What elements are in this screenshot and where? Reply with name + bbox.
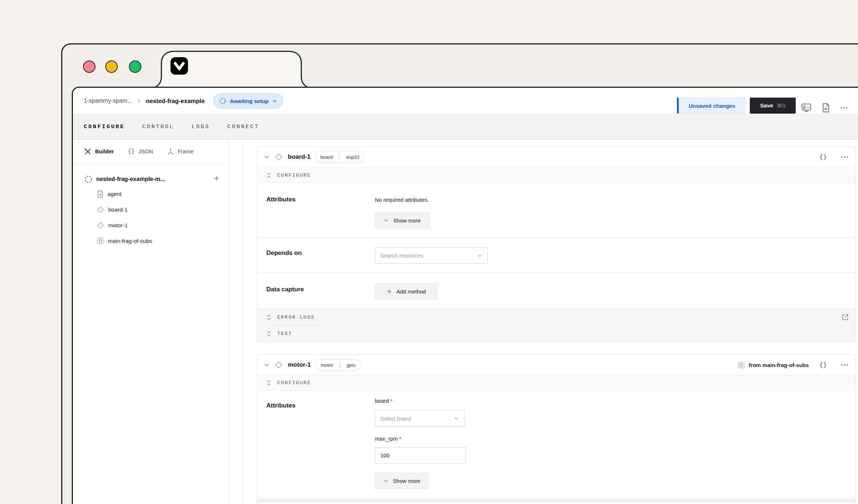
tab-logs[interactable]: LOGS	[192, 124, 210, 130]
view-toggle-json[interactable]: {} JSON	[128, 148, 153, 155]
field-label-text: board	[375, 398, 389, 404]
machine-report-button[interactable]	[820, 102, 832, 114]
tree-item-agent[interactable]: agent	[73, 186, 228, 202]
unfold-less-icon	[266, 380, 271, 386]
resource-model-tag: esp32	[341, 154, 364, 160]
tab-configure[interactable]: CONFIGURE	[84, 124, 125, 130]
traffic-light-zoom[interactable]	[129, 60, 141, 73]
max-rpm-field-label: max_rpm*	[375, 436, 401, 442]
fragment-icon	[97, 237, 104, 245]
board-error-logs-section-header[interactable]: ERROR LOGS	[257, 309, 855, 325]
depends-on-select[interactable]: Search resources	[375, 247, 488, 264]
machine-nav-tabs: CONFIGURE CONTROL LOGS CONNECT	[73, 114, 858, 139]
traffic-light-close[interactable]	[83, 60, 95, 73]
collapse-chevron-icon[interactable]	[264, 362, 270, 368]
board-more-menu-icon[interactable]	[841, 156, 848, 158]
view-toggle-label: Frame	[178, 148, 193, 154]
chevron-down-icon	[454, 416, 459, 421]
view-toggle-builder[interactable]: Builder	[84, 148, 114, 155]
document-chart-icon	[822, 103, 830, 113]
show-more-label: Show more	[393, 478, 420, 484]
max-rpm-input[interactable]	[375, 447, 466, 464]
board-select[interactable]: Select board	[375, 410, 465, 427]
save-label: Save	[760, 102, 773, 109]
unsaved-changes-notice[interactable]: Unsaved changes	[677, 98, 745, 114]
motor-attributes-section: Attributes board* Select board max_rpm*	[257, 390, 855, 499]
resource-type-tag: board	[316, 154, 338, 160]
board-card-header: board-1 board esp32 {}	[257, 146, 855, 168]
tools-icon	[84, 148, 91, 155]
config-sidebar: Builder {} JSON Frame	[73, 139, 229, 504]
viam-logo-icon	[171, 57, 188, 75]
breadcrumb-chevron-icon	[137, 98, 141, 103]
required-asterisk: *	[390, 398, 392, 404]
from-fragment-label: from main-frag-of-subs	[749, 362, 809, 368]
board-configure-section-header[interactable]: CONFIGURE	[257, 168, 855, 183]
motor-card-header: motor-1 motor gpio from main-frag-of-sub…	[257, 355, 855, 375]
diamond-icon	[97, 221, 105, 229]
attributes-label: Attributes	[266, 402, 295, 409]
tree-root-machine[interactable]: nested-frag-example-m... +	[73, 172, 228, 186]
machine-monitor-button[interactable]	[800, 102, 812, 114]
motor-card-title: motor-1	[288, 361, 311, 369]
show-more-label: Show more	[393, 217, 421, 224]
tree-item-label: agent	[107, 191, 122, 197]
diamond-icon	[97, 206, 105, 214]
resource-card-motor-1: motor-1 motor gpio from main-frag-of-sub…	[257, 354, 855, 504]
board-attributes-section: Attributes No required attributes. Show …	[257, 183, 855, 237]
unfold-less-icon	[266, 173, 271, 178]
monitor-icon	[801, 103, 811, 113]
board-test-section-header[interactable]: TEST	[257, 325, 855, 342]
status-label: Awaiting setup	[230, 98, 269, 104]
breadcrumb-current: nested-frag-example	[146, 98, 204, 105]
motor-more-menu-icon[interactable]	[841, 364, 848, 366]
sidebar-resize-gutter[interactable]	[229, 139, 243, 504]
test-section-label: TEST	[277, 331, 292, 336]
ellipsis-icon	[841, 107, 848, 109]
tree-item-label: main-frag-of-subs	[108, 238, 152, 244]
board-json-icon[interactable]: {}	[819, 154, 827, 161]
diamond-icon	[274, 361, 283, 369]
breadcrumb-parent[interactable]: 1-spammy-spam...	[84, 98, 132, 104]
view-toggle-frame[interactable]: Frame	[167, 148, 193, 155]
depends-on-label: Depends on	[266, 249, 302, 257]
board-depends-on-section: Depends on Search resources	[257, 237, 855, 272]
add-method-button[interactable]: Add method	[375, 283, 438, 299]
awaiting-dashed-circle-icon	[84, 175, 93, 184]
tree-item-label: motor-1	[108, 222, 128, 229]
chevron-down-icon	[383, 479, 388, 484]
board-type-model-pill: board esp32	[315, 151, 364, 163]
fragment-icon	[737, 361, 745, 369]
collapse-chevron-icon[interactable]	[264, 154, 270, 160]
motor-configure-section-header[interactable]: CONFIGURE	[257, 375, 855, 390]
unsaved-changes-label: Unsaved changes	[689, 103, 735, 109]
tab-connect[interactable]: CONNECT	[227, 124, 259, 130]
tree-item-motor-1[interactable]: motor-1	[73, 217, 228, 233]
board-card-title: board-1	[288, 153, 310, 161]
motor-type-model-pill: motor gpio	[316, 359, 361, 371]
machine-status-badge[interactable]: Awaiting setup	[213, 93, 283, 109]
board-show-more-button[interactable]: Show more	[375, 212, 430, 228]
board-field-label: board*	[375, 398, 392, 404]
external-link-icon[interactable]	[841, 313, 849, 321]
pill-divider-icon	[338, 361, 342, 369]
chevron-down-icon	[272, 99, 277, 103]
machine-more-menu-button[interactable]	[838, 102, 850, 114]
config-main-area: board-1 board esp32 {} CONFIGURE	[243, 139, 858, 504]
traffic-light-minimize[interactable]	[105, 60, 118, 73]
tree-item-board-1[interactable]: board-1	[73, 202, 228, 217]
chevron-down-icon	[477, 253, 482, 258]
error-logs-section-label: ERROR LOGS	[277, 315, 315, 320]
tab-control[interactable]: CONTROL	[142, 124, 175, 130]
motor-show-more-button[interactable]: Show more	[375, 473, 429, 489]
awaiting-dashed-circle-icon	[219, 98, 226, 105]
data-capture-label: Data capture	[266, 286, 304, 293]
add-method-label: Add method	[396, 288, 426, 295]
unfold-more-icon	[266, 331, 271, 336]
add-resource-button[interactable]: +	[214, 174, 219, 184]
motor-json-icon[interactable]: {}	[819, 362, 827, 369]
tree-item-main-frag-of-subs[interactable]: main-frag-of-subs	[73, 233, 228, 249]
save-button[interactable]: Save ⌘S	[750, 98, 796, 114]
machine-part-name: nested-frag-example-m...	[96, 176, 165, 182]
no-required-attributes-text: No required attributes.	[375, 197, 429, 203]
